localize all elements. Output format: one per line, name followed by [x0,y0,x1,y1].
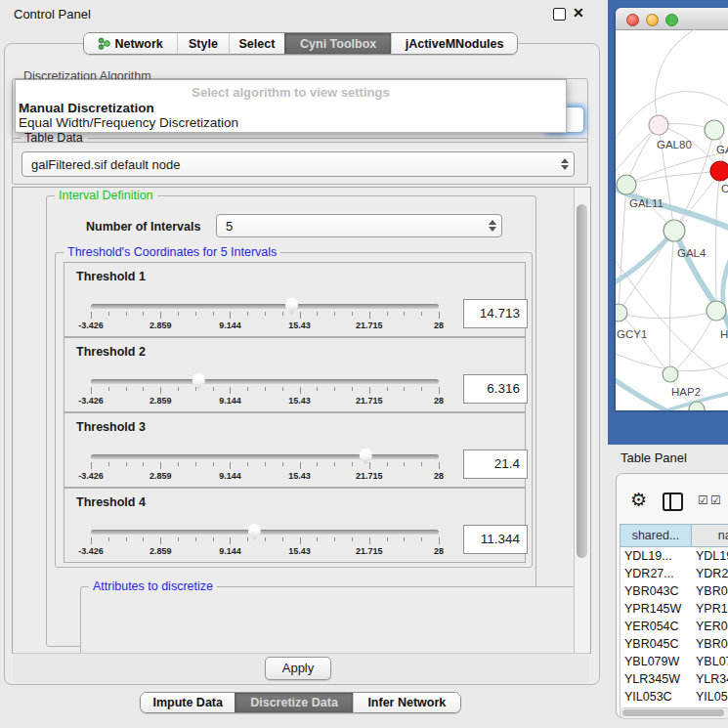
table-cell[interactable]: YLR34 [692,670,728,688]
tab-discretize-data[interactable]: Discretize Data [235,693,352,712]
slider-tick-label: 28 [434,396,444,406]
table-cell[interactable]: YBL07 [692,653,728,670]
threshold-value-field[interactable]: 14.713 [463,299,528,328]
menu-item-equal-width-frequency[interactable]: Equal Width/Frequency Discretization [19,115,238,130]
network-node-gcy1[interactable] [616,304,627,321]
network-node-gal11[interactable] [617,175,636,194]
table-cell[interactable]: YDL19 [692,547,728,565]
number-of-intervals-combobox[interactable]: 5 [216,214,502,237]
table-cell[interactable]: YPR145W [621,600,692,618]
table-row[interactable]: YDL19...YDL19 [621,547,728,565]
table-cell[interactable]: YLR345W [621,670,692,688]
table-row[interactable]: YBR045CYBR04 [621,635,728,653]
close-traffic-light-icon[interactable] [626,14,639,26]
tab-select[interactable]: Select [229,33,284,54]
checkbox-icon[interactable]: ☑ [710,493,721,507]
threshold-value-field[interactable]: 11.344 [463,525,528,554]
table-row[interactable]: YIL053CYIL05 [621,688,728,706]
table-cell[interactable]: YPR14 [692,600,728,618]
table-cell[interactable]: YBR04 [692,582,728,600]
tab-impute-data[interactable]: Impute Data [141,693,235,712]
scrollbar-thumb[interactable] [622,709,724,716]
network-node-h[interactable] [707,301,726,321]
network-edge-thick[interactable] [723,254,728,337]
table-row[interactable]: YDR27...YDR27 [621,565,728,582]
slider-tick [300,462,301,469]
network-node-gal80[interactable] [649,115,668,135]
close-icon[interactable]: ✕ [573,8,583,19]
table-row[interactable]: YPR145WYPR14 [621,600,728,618]
slider-tick [404,387,405,391]
slider-tick [108,387,109,391]
network-edge[interactable] [619,313,670,374]
network-edge[interactable] [655,29,704,125]
network-node-gal4[interactable] [664,220,685,241]
network-edge[interactable] [669,231,674,374]
table-row[interactable]: YBR043CYBR04 [621,582,728,600]
table-cell[interactable]: YBR04 [692,635,728,653]
table-row[interactable]: YER054CYER05 [621,618,728,635]
network-edge-thick[interactable] [616,231,674,285]
threshold-value-field[interactable]: 6.316 [463,374,528,404]
slider-tick [334,462,335,466]
slider-tick [195,312,196,316]
apply-button[interactable]: Apply [265,657,331,680]
table-cell[interactable]: YER05 [692,618,728,635]
network-edge[interactable] [715,171,720,311]
checkbox-icon[interactable]: ☑ [698,493,708,507]
tab-cyni-toolbox[interactable]: Cyni Toolbox [284,33,391,54]
slider-thumb[interactable] [359,449,373,465]
column-header-shared-name[interactable]: shared... [621,525,692,546]
network-node-ga[interactable] [705,120,724,140]
column-header-name[interactable]: name [692,525,728,546]
slider-track[interactable] [91,379,439,384]
gear-icon[interactable]: ⚙ [630,489,647,511]
table-cell[interactable]: YDL19... [621,547,692,565]
table-row[interactable]: YLR345WYLR34 [621,670,728,688]
slider-track[interactable] [91,530,439,535]
table-cell[interactable]: YER054C [621,618,692,635]
network-canvas[interactable]: GAL80GACGAL11GAL4GCY1HHAP2 [616,29,728,410]
slider-tick [247,387,248,391]
slider-thumb[interactable] [192,373,206,390]
slider-thumb[interactable] [247,524,262,540]
table-cell[interactable]: YBL079W [621,653,692,670]
slider-track[interactable] [91,454,439,459]
zoom-traffic-light-icon[interactable] [665,14,678,26]
tab-infer-network[interactable]: Infer Network [353,693,460,712]
menu-item-manual-discretization[interactable]: Manual Discretization [19,101,154,115]
table-horizontal-scrollbar[interactable] [620,707,728,719]
attributes-group-title: Attributes to discretize [89,579,217,593]
table-cell[interactable]: YBR043C [621,582,692,600]
threshold-panel-3: Threshold 3-3.4262.8599.14415.4321.71528… [64,412,526,488]
settings-vertical-scrollbar[interactable] [574,188,590,653]
interval-definition-group: Interval Definition Number of Intervals … [46,195,536,647]
tab-jactivemnodules[interactable]: jActiveMNodules [391,33,517,54]
algorithm-dropdown-popup: Select algorithm to view settings Manual… [15,79,567,133]
tab-network[interactable]: Network [84,33,177,54]
network-window-titlebar[interactable] [616,8,728,30]
network-edge[interactable] [670,311,716,374]
columns-icon[interactable] [663,492,683,511]
slider-tick [160,387,161,394]
table-data-combobox[interactable]: galFiltered.sif default node [21,151,575,177]
network-node-hap2[interactable] [663,366,678,382]
table-cell[interactable]: YDR27 [692,565,728,582]
network-edge[interactable] [619,185,626,313]
float-window-icon[interactable] [553,8,566,21]
slider-tick-label: 15.43 [288,471,311,481]
slider-tick [160,462,161,469]
network-edge[interactable] [619,311,716,319]
table-cell[interactable]: YDR27... [621,565,692,582]
tab-style[interactable]: Style [177,33,229,54]
table-cell[interactable]: YIL053C [621,688,692,706]
network-node-c[interactable] [710,161,728,181]
table-row[interactable]: YBL079WYBL07 [621,653,728,670]
minimize-traffic-light-icon[interactable] [646,14,659,26]
table-cell[interactable]: YBR045C [621,635,692,653]
slider-track[interactable] [91,304,439,309]
table-cell[interactable]: YIL05 [692,688,728,706]
threshold-value-field[interactable]: 21.4 [463,450,528,479]
slider-thumb[interactable] [284,298,299,315]
scrollbar-thumb[interactable] [577,204,587,558]
